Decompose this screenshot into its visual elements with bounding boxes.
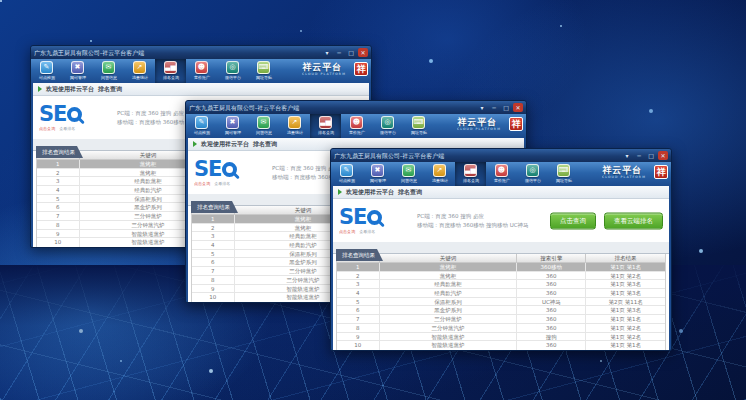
minimize-button[interactable]: ─ [489, 103, 499, 112]
toolbar-item-6[interactable]: ☻竞价推广 [486, 162, 517, 186]
table-row[interactable]: 3经典款蒸柜360第1页 第3名 [337, 280, 665, 289]
seo-logo-text: SE [39, 104, 66, 125]
toolbar-item-2[interactable]: ✖网站管理 [362, 162, 393, 186]
cloud-rank-button[interactable]: 查看云端排名 [604, 212, 663, 229]
minimize-button[interactable]: ─ [334, 48, 344, 57]
tab-rank-results[interactable]: 排名查询结果 [191, 201, 238, 213]
close-button[interactable]: ✕ [358, 48, 368, 57]
maximize-button[interactable]: □ [646, 151, 656, 160]
toolbar-item-3[interactable]: ✉问答信息 [248, 114, 279, 138]
toolbar-item-6[interactable]: ☻竞价推广 [186, 59, 217, 83]
cell-no: 7 [337, 315, 380, 323]
table-row[interactable]: 7三分钟蒸炉360第1页 第1名 [337, 315, 665, 324]
platform-icon: ◎ [526, 164, 539, 177]
table-row[interactable]: 9智能轨道蒸炉搜狗第1页 第2名 [337, 333, 665, 342]
toolbar: ✎站点检测✖网站管理✉问答信息↗流量统计▃▅▇排名查询☻竞价推广◎微信平台⌨网址… [186, 114, 526, 138]
toolbar-item-2[interactable]: ✖网站管理 [217, 114, 248, 138]
seo-logo: SE 点击查询 查看排名 [339, 207, 417, 234]
cell-no: 2 [192, 224, 235, 232]
toolbar-item-2[interactable]: ✖网站管理 [62, 59, 93, 83]
header-result: 排名结果 [586, 254, 665, 262]
cell-no: 5 [337, 298, 380, 306]
table-row[interactable]: 2蒸烤柜360第1页 第2名 [337, 272, 665, 281]
brand-seal-icon: 祥 [654, 165, 668, 179]
skin-button[interactable]: ▾ [622, 151, 632, 160]
tab-rank-results[interactable]: 排名查询结果 [36, 146, 83, 158]
toolbar-item-1[interactable]: ✎站点检测 [331, 162, 362, 186]
toolbar-item-3[interactable]: ✉问答信息 [93, 59, 124, 83]
cell-no: 5 [37, 195, 80, 203]
query-button[interactable]: 点击查询 [550, 212, 596, 229]
cell-no: 3 [37, 177, 80, 185]
breadcrumb-section: 排名查询 [398, 188, 422, 197]
skin-button[interactable]: ▾ [477, 103, 487, 112]
breadcrumb-section: 排名查询 [98, 85, 122, 94]
title-bar[interactable]: 广东九鼎王厨具有限公司-祥云平台客户端 ▾─□✕ [31, 46, 371, 59]
cell-keyword: 黑金炉系列 [380, 306, 518, 314]
cell-no: 5 [192, 250, 235, 258]
toolbar-item-4[interactable]: ↗流量统计 [124, 59, 155, 83]
toolbar-item-3[interactable]: ✉问答信息 [393, 162, 424, 186]
cell-no: 1 [37, 160, 80, 168]
monitor-icon: ✎ [340, 164, 353, 177]
window-title: 广东九鼎王厨具有限公司-祥云平台客户端 [334, 149, 622, 162]
cell-keyword: 智能轨道蒸炉 [380, 333, 518, 341]
platform-icon: ◎ [226, 61, 239, 74]
toolbar-item-label: 流量统计 [431, 178, 447, 183]
users-icon: ☻ [495, 164, 508, 177]
minimize-button[interactable]: ─ [634, 151, 644, 160]
toolbar-item-label: 微信平台 [379, 130, 395, 135]
toolbar-item-4[interactable]: ↗流量统计 [424, 162, 455, 186]
cell-no: 10 [337, 341, 380, 350]
toolbar-item-7[interactable]: ◎微信平台 [372, 114, 403, 138]
toolbar-item-8[interactable]: ⌨网址导航 [248, 59, 279, 83]
toolbar-item-5[interactable]: ▃▅▇排名查询 [155, 59, 186, 83]
toolbar-item-6[interactable]: ☻竞价推广 [341, 114, 372, 138]
table-row[interactable]: 10智能轨道蒸炉360第1页 第1名 [337, 341, 665, 350]
toolbar-item-8[interactable]: ⌨网址导航 [548, 162, 579, 186]
table-row[interactable]: 4经典款汽炉360第1页 第3名 [337, 289, 665, 298]
cell-no: 9 [192, 285, 235, 293]
close-button[interactable]: ✕ [658, 151, 668, 160]
toolbar-items: ✎站点检测✖网站管理✉问答信息↗流量统计▃▅▇排名查询☻竞价推广◎微信平台⌨网址… [31, 59, 279, 83]
cell-result: 第1页 第2名 [586, 333, 665, 341]
brand-name: 祥云平台 [602, 166, 651, 175]
cell-no: 1 [192, 215, 235, 223]
seo-logo: SE 点击查询 查看排名 [194, 159, 272, 186]
toolbar-item-8[interactable]: ⌨网址导航 [403, 114, 434, 138]
table-row[interactable]: 6黑金炉系列360第1页 第3名 [337, 306, 665, 315]
toolbar-item-5[interactable]: ▃▅▇排名查询 [310, 114, 341, 138]
skin-button[interactable]: ▾ [322, 48, 332, 57]
toolbar-item-7[interactable]: ◎微信平台 [217, 59, 248, 83]
title-bar[interactable]: 广东九鼎王厨具有限公司-祥云平台客户端 ▾─□✕ [186, 101, 526, 114]
engine-info-pc: PC端：百度 360 搜狗 必应 [417, 212, 529, 221]
cell-no: 7 [37, 212, 80, 220]
toolbar-item-label: 竞价推广 [348, 130, 364, 135]
toolbar-item-1[interactable]: ✎站点检测 [186, 114, 217, 138]
breadcrumb-welcome: 欢迎使用祥云平台 [346, 188, 394, 197]
toolbar-item-7[interactable]: ◎微信平台 [517, 162, 548, 186]
cell-engine: 360 [517, 280, 586, 288]
table-row[interactable]: 5保温柜系列UC神马第2页 第11名 [337, 298, 665, 307]
close-button[interactable]: ✕ [513, 103, 523, 112]
mouse-icon: ⌨ [257, 61, 270, 74]
toolbar-item-label: 网址导航 [255, 75, 271, 80]
maximize-button[interactable]: □ [501, 103, 511, 112]
maximize-button[interactable]: □ [346, 48, 356, 57]
cell-no: 9 [337, 333, 380, 341]
toolbar-item-5[interactable]: ▃▅▇排名查询 [455, 162, 486, 186]
brand-subtitle: CLOUD PLATFORM [302, 72, 346, 76]
tools-icon: ✖ [71, 61, 84, 74]
toolbar-item-1[interactable]: ✎站点检测 [31, 59, 62, 83]
toolbar-item-4[interactable]: ↗流量统计 [279, 114, 310, 138]
breadcrumb: 欢迎使用祥云平台 排名查询 [333, 186, 669, 199]
table-row[interactable]: 8三分钟蒸汽炉360第1页 第2名 [337, 324, 665, 333]
mouse-icon: ⌨ [557, 164, 570, 177]
content-area: 欢迎使用祥云平台 排名查询 SE 点击查询 查看排名 PC端：百度 360 搜狗… [333, 186, 669, 350]
magnifier-icon [367, 210, 382, 225]
title-bar[interactable]: 广东九鼎王厨具有限公司-祥云平台客户端 ▾─□✕ [331, 149, 671, 162]
engine-info-mobile: 移动端：百度移动 360移动 搜狗移动 UC神马 [417, 221, 529, 230]
table-row[interactable]: 1蒸烤柜360移动第1页 第1名 [337, 263, 665, 272]
tab-rank-results[interactable]: 排名查询结果 [336, 249, 383, 261]
window-controls: ▾─□✕ [477, 103, 523, 112]
